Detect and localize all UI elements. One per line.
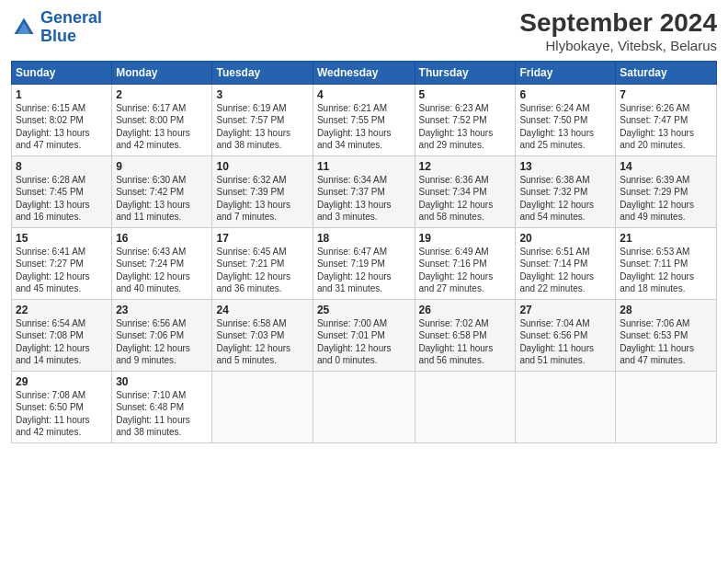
day-number: 19 (419, 232, 512, 245)
day-info: Sunrise: 6:56 AMSunset: 7:06 PMDaylight:… (116, 317, 208, 367)
day-number: 17 (216, 232, 308, 245)
day-info: Sunrise: 6:41 AMSunset: 7:27 PMDaylight:… (16, 246, 108, 295)
logo: General Blue (11, 9, 102, 46)
day-info: Sunrise: 6:38 AMSunset: 7:32 PMDaylight:… (519, 174, 611, 224)
day-number: 3 (216, 88, 308, 101)
calendar-week-row: 15Sunrise: 6:41 AMSunset: 7:27 PMDayligh… (12, 227, 717, 299)
day-info: Sunrise: 7:02 AMSunset: 6:58 PMDaylight:… (419, 317, 512, 367)
calendar-cell (516, 371, 616, 442)
day-number: 25 (317, 304, 411, 316)
day-info: Sunrise: 6:26 AMSunset: 7:47 PMDaylight:… (620, 102, 712, 152)
day-info: Sunrise: 6:30 AMSunset: 7:42 PMDaylight:… (116, 174, 208, 224)
day-number: 30 (116, 375, 208, 388)
calendar-cell: 5Sunrise: 6:23 AMSunset: 7:52 PMDaylight… (415, 84, 516, 155)
day-number: 23 (116, 304, 208, 316)
day-info: Sunrise: 6:58 AMSunset: 7:03 PMDaylight:… (216, 317, 308, 367)
calendar-cell: 10Sunrise: 6:32 AMSunset: 7:39 PMDayligh… (212, 155, 313, 227)
day-number: 24 (216, 304, 308, 316)
day-info: Sunrise: 6:21 AMSunset: 7:55 PMDaylight:… (317, 102, 411, 152)
day-info: Sunrise: 6:19 AMSunset: 7:57 PMDaylight:… (216, 102, 308, 152)
calendar-cell: 8Sunrise: 6:28 AMSunset: 7:45 PMDaylight… (12, 155, 112, 227)
calendar-week-row: 29Sunrise: 7:08 AMSunset: 6:50 PMDayligh… (12, 371, 717, 442)
day-info: Sunrise: 6:24 AMSunset: 7:50 PMDaylight:… (519, 102, 611, 152)
day-number: 6 (519, 88, 611, 101)
day-number: 8 (16, 160, 108, 173)
logo-line1: General (40, 8, 102, 27)
col-header-saturday: Saturday (616, 61, 717, 84)
day-info: Sunrise: 7:08 AMSunset: 6:50 PMDaylight:… (16, 389, 108, 439)
calendar-week-row: 1Sunrise: 6:15 AMSunset: 8:02 PMDaylight… (12, 84, 717, 155)
col-header-tuesday: Tuesday (212, 61, 313, 84)
calendar-cell (212, 371, 313, 442)
day-number: 27 (519, 304, 611, 316)
day-info: Sunrise: 6:49 AMSunset: 7:16 PMDaylight:… (419, 246, 512, 295)
calendar-week-row: 8Sunrise: 6:28 AMSunset: 7:45 PMDaylight… (12, 155, 717, 227)
calendar-table: SundayMondayTuesdayWednesdayThursdayFrid… (11, 61, 717, 443)
calendar-cell: 14Sunrise: 6:39 AMSunset: 7:29 PMDayligh… (616, 155, 717, 227)
col-header-monday: Monday (112, 61, 212, 84)
col-header-sunday: Sunday (12, 61, 112, 84)
day-number: 9 (116, 160, 208, 173)
day-number: 7 (620, 88, 712, 101)
calendar-cell: 13Sunrise: 6:38 AMSunset: 7:32 PMDayligh… (516, 155, 616, 227)
calendar-title: September 2024 (519, 9, 717, 38)
calendar-cell: 28Sunrise: 7:06 AMSunset: 6:53 PMDayligh… (616, 299, 717, 371)
day-info: Sunrise: 6:51 AMSunset: 7:14 PMDaylight:… (519, 246, 611, 295)
day-number: 2 (116, 88, 208, 101)
col-header-friday: Friday (516, 61, 616, 84)
calendar-cell: 9Sunrise: 6:30 AMSunset: 7:42 PMDaylight… (112, 155, 212, 227)
day-info: Sunrise: 6:32 AMSunset: 7:39 PMDaylight:… (216, 174, 308, 224)
calendar-cell: 27Sunrise: 7:04 AMSunset: 6:56 PMDayligh… (516, 299, 616, 371)
calendar-cell: 17Sunrise: 6:45 AMSunset: 7:21 PMDayligh… (212, 227, 313, 299)
calendar-cell: 21Sunrise: 6:53 AMSunset: 7:11 PMDayligh… (616, 227, 717, 299)
calendar-cell: 19Sunrise: 6:49 AMSunset: 7:16 PMDayligh… (415, 227, 516, 299)
logo-text: General Blue (40, 9, 102, 46)
day-info: Sunrise: 6:36 AMSunset: 7:34 PMDaylight:… (419, 174, 512, 224)
calendar-cell: 23Sunrise: 6:56 AMSunset: 7:06 PMDayligh… (112, 299, 212, 371)
day-info: Sunrise: 6:39 AMSunset: 7:29 PMDaylight:… (620, 174, 712, 224)
day-number: 15 (16, 232, 108, 245)
day-number: 18 (317, 232, 411, 245)
calendar-cell: 30Sunrise: 7:10 AMSunset: 6:48 PMDayligh… (112, 371, 212, 442)
day-info: Sunrise: 6:23 AMSunset: 7:52 PMDaylight:… (419, 102, 512, 152)
title-block: September 2024 Hlybokaye, Vitebsk, Belar… (519, 9, 717, 53)
calendar-cell (415, 371, 516, 442)
logo-icon (11, 15, 37, 40)
calendar-cell: 11Sunrise: 6:34 AMSunset: 7:37 PMDayligh… (313, 155, 415, 227)
calendar-cell: 6Sunrise: 6:24 AMSunset: 7:50 PMDaylight… (516, 84, 616, 155)
logo-line2: Blue (40, 27, 76, 45)
day-number: 28 (620, 304, 712, 316)
calendar-cell: 4Sunrise: 6:21 AMSunset: 7:55 PMDaylight… (313, 84, 415, 155)
calendar-subtitle: Hlybokaye, Vitebsk, Belarus (519, 38, 717, 53)
header: General Blue September 2024 Hlybokaye, V… (11, 9, 717, 53)
day-info: Sunrise: 6:53 AMSunset: 7:11 PMDaylight:… (620, 246, 712, 295)
day-number: 21 (620, 232, 712, 245)
page-container: General Blue September 2024 Hlybokaye, V… (0, 0, 728, 451)
day-info: Sunrise: 6:34 AMSunset: 7:37 PMDaylight:… (317, 174, 411, 224)
day-number: 12 (419, 160, 512, 173)
day-info: Sunrise: 6:45 AMSunset: 7:21 PMDaylight:… (216, 246, 308, 295)
day-number: 16 (116, 232, 208, 245)
day-info: Sunrise: 6:17 AMSunset: 8:00 PMDaylight:… (116, 102, 208, 152)
day-info: Sunrise: 7:10 AMSunset: 6:48 PMDaylight:… (116, 389, 208, 439)
day-info: Sunrise: 7:04 AMSunset: 6:56 PMDaylight:… (519, 317, 611, 367)
day-info: Sunrise: 6:54 AMSunset: 7:08 PMDaylight:… (16, 317, 108, 367)
col-header-thursday: Thursday (415, 61, 516, 84)
calendar-cell: 25Sunrise: 7:00 AMSunset: 7:01 PMDayligh… (313, 299, 415, 371)
day-info: Sunrise: 6:15 AMSunset: 8:02 PMDaylight:… (16, 102, 108, 152)
col-header-wednesday: Wednesday (313, 61, 415, 84)
calendar-cell (313, 371, 415, 442)
day-number: 10 (216, 160, 308, 173)
day-number: 4 (317, 88, 411, 101)
day-number: 13 (519, 160, 611, 173)
calendar-cell: 24Sunrise: 6:58 AMSunset: 7:03 PMDayligh… (212, 299, 313, 371)
day-number: 5 (419, 88, 512, 101)
calendar-week-row: 22Sunrise: 6:54 AMSunset: 7:08 PMDayligh… (12, 299, 717, 371)
calendar-cell: 18Sunrise: 6:47 AMSunset: 7:19 PMDayligh… (313, 227, 415, 299)
calendar-cell: 15Sunrise: 6:41 AMSunset: 7:27 PMDayligh… (12, 227, 112, 299)
day-info: Sunrise: 7:00 AMSunset: 7:01 PMDaylight:… (317, 317, 411, 367)
day-number: 14 (620, 160, 712, 173)
calendar-cell: 22Sunrise: 6:54 AMSunset: 7:08 PMDayligh… (12, 299, 112, 371)
calendar-header-row: SundayMondayTuesdayWednesdayThursdayFrid… (12, 61, 717, 84)
day-number: 11 (317, 160, 411, 173)
